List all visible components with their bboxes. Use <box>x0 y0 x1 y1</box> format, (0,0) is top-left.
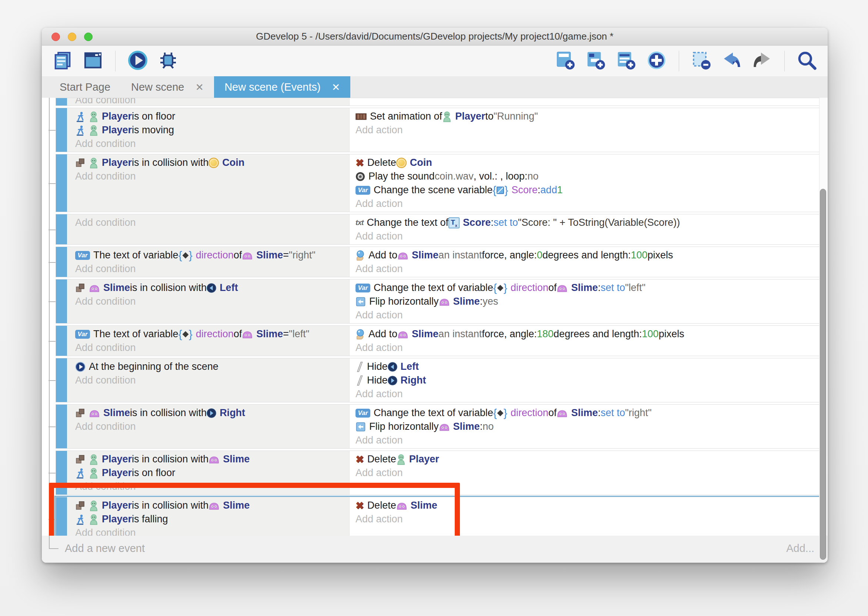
add-condition-button[interactable]: Add condition <box>75 262 349 276</box>
add-condition-button[interactable]: Add condition <box>75 216 349 229</box>
event-drag-bar[interactable] <box>56 451 67 495</box>
actions-cell[interactable]: VarChange the text of variable {}directi… <box>349 405 819 448</box>
add-action-button[interactable]: Add action <box>355 197 819 211</box>
actions-cell[interactable]: Add to Slime an instant force, angle: 0 … <box>349 247 819 277</box>
conditions-cell[interactable]: Add condition <box>67 214 349 244</box>
zoom-window-button[interactable] <box>84 33 93 41</box>
tab-new-scene[interactable]: New scene✕ <box>121 76 214 98</box>
event-row[interactable]: Add condition <box>55 98 819 106</box>
condition-line[interactable]: Slime is in collision with Left <box>75 281 349 295</box>
add-new-button[interactable] <box>646 51 667 71</box>
action-line[interactable]: Flip horizontally Slime : no <box>355 420 819 434</box>
action-line[interactable]: Play the sound coin.wav, vol.: , loop: n… <box>355 170 819 183</box>
conditions-cell[interactable]: Player is on floorPlayer is movingAdd co… <box>67 108 349 152</box>
action-line[interactable]: Flip horizontally Slime : yes <box>355 295 819 308</box>
condition-line[interactable]: Player is in collision with Slime <box>75 453 349 466</box>
action-line[interactable]: VarChange the text of variable {}directi… <box>355 406 819 420</box>
action-line[interactable]: VarChange the text of variable {}directi… <box>355 281 819 295</box>
add-new-event-button[interactable]: Add a new event <box>65 542 145 555</box>
conditions-cell[interactable]: Player is in collision with CoinAdd cond… <box>67 154 349 212</box>
add-condition-button[interactable]: Add condition <box>75 341 349 355</box>
add-condition-button[interactable]: Add condition <box>75 420 349 434</box>
add-action-button[interactable]: Add action <box>355 123 819 137</box>
condition-line[interactable]: VarThe text of variable {}direction of S… <box>75 248 349 262</box>
conditions-cell[interactable]: VarThe text of variable {}direction of S… <box>67 326 349 356</box>
search-button[interactable] <box>797 51 817 71</box>
event-row[interactable]: Slime is in collision with LeftAdd condi… <box>55 279 819 324</box>
actions-cell[interactable]: VarChange the text of variable {}directi… <box>349 280 819 323</box>
add-action-button[interactable]: Add action <box>355 512 819 526</box>
condition-line[interactable]: At the beginning of the scene <box>75 360 349 374</box>
action-line[interactable]: ✖Delete Coin <box>355 156 819 170</box>
actions-cell[interactable]: Set animation of Player to "Running"Add … <box>349 108 819 152</box>
action-line[interactable]: Add to Slime an instant force, angle: 0 … <box>355 248 819 262</box>
event-row[interactable]: Add conditiontxtChange the text of TxSco… <box>55 214 819 245</box>
actions-cell[interactable]: ✖Delete PlayerAdd action <box>349 451 819 495</box>
actions-cell[interactable]: ✖Delete CoinPlay the sound coin.wav, vol… <box>349 154 819 212</box>
action-line[interactable]: ✖Delete Slime <box>355 499 819 512</box>
event-drag-bar[interactable] <box>56 405 67 448</box>
add-action-button[interactable]: Add action <box>355 466 819 480</box>
conditions-cell[interactable]: Slime is in collision with LeftAdd condi… <box>67 280 349 323</box>
event-row[interactable]: Player is in collision with SlimePlayer … <box>55 451 819 495</box>
event-drag-bar[interactable] <box>56 214 67 244</box>
add-condition-button[interactable]: Add condition <box>75 295 349 308</box>
conditions-cell[interactable]: Player is in collision with SlimePlayer … <box>67 451 349 495</box>
add-action-button[interactable]: Add action <box>355 262 819 276</box>
undo-button[interactable] <box>721 51 742 71</box>
redo-button[interactable] <box>752 51 772 71</box>
conditions-cell[interactable]: VarThe text of variable {}direction of S… <box>67 247 349 277</box>
tab-close-icon[interactable]: ✕ <box>332 82 340 93</box>
condition-line[interactable]: Player is on floor <box>75 466 349 480</box>
delete-event-button[interactable] <box>691 51 712 71</box>
event-drag-bar[interactable] <box>56 280 67 323</box>
action-line[interactable]: VarChange the scene variable {}Score: ad… <box>355 183 819 197</box>
condition-line[interactable]: Player is moving <box>75 123 349 137</box>
actions-cell[interactable]: Hide LeftHide RightAdd action <box>349 358 819 402</box>
event-row[interactable]: VarThe text of variable {}direction of S… <box>55 325 819 356</box>
action-line[interactable]: txtChange the text of TxScore: set to "S… <box>355 216 819 229</box>
add-action-button[interactable]: Add action <box>355 387 819 401</box>
tab-close-icon[interactable]: ✕ <box>195 82 204 93</box>
action-line[interactable]: Hide Right <box>355 374 819 387</box>
actions-cell[interactable]: txtChange the text of TxScore: set to "S… <box>349 214 819 244</box>
event-drag-bar[interactable] <box>56 326 67 356</box>
conditions-cell[interactable]: Player is in collision with SlimePlayer … <box>67 497 349 536</box>
event-drag-bar[interactable] <box>56 358 67 402</box>
event-row[interactable]: At the beginning of the sceneAdd conditi… <box>55 358 819 402</box>
conditions-cell[interactable]: Slime is in collision with RightAdd cond… <box>67 405 349 448</box>
add-action-button[interactable]: Add action <box>355 308 819 322</box>
add-action-button[interactable]: Add action <box>355 434 819 447</box>
add-event-button[interactable] <box>555 51 576 71</box>
add-condition-button[interactable]: Add condition <box>75 98 349 105</box>
action-line[interactable]: Add to Slime an instant force, angle: 18… <box>355 327 819 341</box>
event-row[interactable]: VarThe text of variable {}direction of S… <box>55 247 819 277</box>
project-manager-button[interactable] <box>52 51 73 71</box>
tab-new-scene-events-[interactable]: New scene (Events)✕ <box>214 76 350 98</box>
action-line[interactable]: Set animation of Player to "Running" <box>355 110 819 123</box>
add-condition-button[interactable]: Add condition <box>75 374 349 387</box>
event-drag-bar[interactable] <box>56 497 67 536</box>
event-drag-bar[interactable] <box>56 247 67 277</box>
condition-line[interactable]: Player is in collision with Coin <box>75 156 349 170</box>
event-drag-bar[interactable] <box>56 108 67 152</box>
add-subevent-button[interactable] <box>585 51 606 71</box>
minimize-window-button[interactable] <box>68 33 76 41</box>
add-more-button[interactable]: Add... <box>786 542 814 555</box>
add-action-button[interactable]: Add action <box>355 341 819 355</box>
add-action-button[interactable]: Add action <box>355 229 819 243</box>
conditions-cell[interactable]: At the beginning of the sceneAdd conditi… <box>67 358 349 402</box>
scene-editor-button[interactable] <box>83 51 103 71</box>
add-comment-button[interactable] <box>616 51 637 71</box>
actions-cell[interactable]: ✖Delete SlimeAdd action <box>349 497 819 536</box>
event-drag-bar[interactable] <box>56 98 67 105</box>
tab-start-page[interactable]: Start Page <box>49 76 121 98</box>
condition-line[interactable]: Player is on floor <box>75 110 349 123</box>
event-row[interactable]: Player is on floorPlayer is movingAdd co… <box>55 108 819 152</box>
debug-button[interactable] <box>158 51 178 71</box>
event-row[interactable]: Player is in collision with SlimePlayer … <box>55 497 819 536</box>
event-row[interactable]: Player is in collision with CoinAdd cond… <box>55 154 819 212</box>
scrollbar-thumb[interactable] <box>820 189 826 560</box>
add-condition-button[interactable]: Add condition <box>75 170 349 183</box>
close-window-button[interactable] <box>52 33 60 41</box>
